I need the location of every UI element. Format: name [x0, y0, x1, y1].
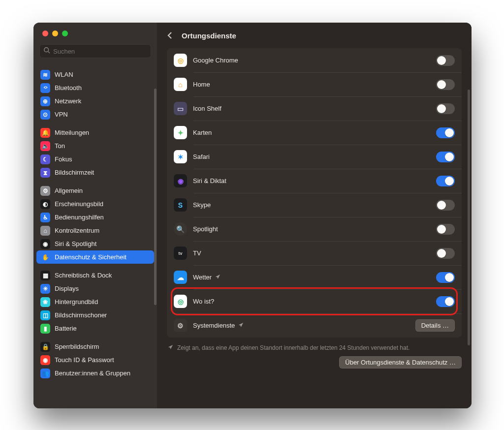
app-row: ◎Google Chrome	[167, 48, 462, 72]
sidebar-item-icon: ❀	[40, 297, 50, 307]
sidebar-item[interactable]: ⌂Kontrollzentrum	[36, 224, 154, 237]
location-toggle[interactable]	[436, 224, 455, 235]
sidebar-item-label: Bedienungshilfen	[55, 214, 104, 221]
back-button[interactable]	[165, 30, 176, 41]
sidebar-item-label: Touch ID & Passwort	[55, 356, 114, 364]
sidebar-item[interactable]: 🔔Mitteilungen	[36, 126, 154, 139]
sidebar-item[interactable]: ▦Schreibtisch & Dock	[36, 269, 154, 282]
sidebar-item[interactable]: ⚙Allgemein	[36, 184, 154, 197]
footer-note: Zeigt an, dass eine App deinen Standort …	[167, 342, 462, 356]
sidebar-item[interactable]: ☀Displays	[36, 282, 154, 295]
location-toggle[interactable]	[436, 127, 455, 138]
content-scrollbar[interactable]	[468, 90, 470, 345]
app-icon: ⚙	[174, 319, 187, 332]
sidebar-item-icon: 🔔	[40, 128, 50, 138]
sidebar-item-label: Displays	[55, 285, 79, 292]
location-toggle[interactable]	[436, 248, 455, 259]
svg-line-1	[48, 52, 50, 54]
search-field[interactable]	[39, 44, 151, 58]
sidebar-item[interactable]: ⧗Bildschirmzeit	[36, 166, 154, 179]
sidebar-list: ≋WLAN⌔Bluetooth⊕Netzwerk⊙VPN🔔Mitteilunge…	[33, 62, 157, 408]
app-row: ⌂Home	[167, 72, 462, 96]
sidebar-item[interactable]: ◉Siri & Spotlight	[36, 237, 154, 250]
app-row: ✶Safari	[167, 145, 462, 169]
footer-note-text: Zeigt an, dass eine App deinen Standort …	[177, 344, 410, 351]
sidebar-item-label: Datenschutz & Sicherheit	[55, 253, 126, 261]
sidebar-item-label: VPN	[55, 111, 68, 118]
sidebar-item-icon: 🔒	[40, 342, 50, 352]
sidebar-item-icon: ✋	[40, 252, 50, 262]
sidebar-item[interactable]: ◐Erscheinungsbild	[36, 197, 154, 211]
sidebar-item[interactable]: ♿︎Bedienungshilfen	[36, 211, 154, 224]
minimize-window-button[interactable]	[52, 31, 58, 36]
content-area: ◎Google Chrome⌂Home▭Icon Shelf✦Karten✶Sa…	[157, 48, 472, 408]
sidebar-item-label: Fokus	[55, 155, 72, 163]
app-row: ☁Wetter	[167, 265, 462, 289]
sidebar-item-icon: ⌂	[40, 226, 50, 236]
location-toggle[interactable]	[436, 176, 455, 186]
sidebar-item[interactable]: ▮Batterie	[36, 322, 154, 335]
sidebar-item-label: Hintergrundbild	[55, 298, 98, 306]
sidebar-item-icon: ☀	[40, 284, 50, 294]
sidebar-item[interactable]: ⊙VPN	[36, 108, 154, 121]
sidebar-item[interactable]: ◉Touch ID & Passwort	[36, 353, 154, 367]
app-icon: ◎	[174, 295, 187, 308]
app-row: ✦Karten	[167, 121, 462, 145]
sidebar-item-icon: ⧗	[40, 168, 50, 178]
location-toggle[interactable]	[436, 79, 455, 90]
location-toggle[interactable]	[436, 272, 455, 283]
sidebar-item-icon: ⊙	[40, 110, 50, 120]
sidebar-item[interactable]: ☾Fokus	[36, 153, 154, 166]
location-toggle[interactable]	[436, 55, 455, 66]
app-label: Google Chrome	[193, 57, 436, 64]
sidebar-item[interactable]: 👥Benutzer:innen & Gruppen	[36, 367, 154, 380]
sidebar-item-label: Kontrollzentrum	[55, 227, 99, 234]
sidebar-item-icon: ▦	[40, 271, 50, 280]
zoom-window-button[interactable]	[62, 31, 68, 36]
sidebar-item-label: Schreibtisch & Dock	[55, 272, 112, 279]
sidebar-item-icon: ▮	[40, 324, 50, 334]
location-arrow-icon	[238, 322, 244, 329]
app-label: TV	[193, 249, 436, 257]
page-title: Ortungsdienste	[182, 31, 236, 40]
location-toggle[interactable]	[436, 296, 455, 307]
sidebar-item[interactable]: 🔒Sperrbildschirm	[36, 340, 154, 353]
app-icon: 🔍	[174, 222, 187, 236]
sidebar: ≋WLAN⌔Bluetooth⊕Netzwerk⊙VPN🔔Mitteilunge…	[33, 23, 157, 408]
sidebar-item-label: Bildschirmzeit	[55, 169, 94, 176]
sidebar-item-label: Bluetooth	[55, 84, 82, 92]
sidebar-scrollbar[interactable]	[154, 89, 157, 305]
main-header: Ortungsdienste	[157, 23, 472, 48]
app-row: ◎Wo ist?	[167, 289, 462, 313]
app-label: Karten	[193, 129, 436, 136]
sidebar-item[interactable]: ≋WLAN	[36, 68, 154, 81]
sidebar-item-label: Netzwerk	[55, 97, 81, 105]
settings-window: ≋WLAN⌔Bluetooth⊕Netzwerk⊙VPN🔔Mitteilunge…	[33, 23, 472, 408]
sidebar-item[interactable]: ⊕Netzwerk	[36, 94, 154, 108]
sidebar-item[interactable]: ✋Datenschutz & Sicherheit	[36, 250, 154, 264]
app-label: Siri & Diktat	[193, 177, 436, 184]
sidebar-item[interactable]: ◫Bildschirmschoner	[36, 308, 154, 322]
app-row: ◉Siri & Diktat	[167, 169, 462, 193]
location-toggle[interactable]	[436, 152, 455, 162]
location-toggle[interactable]	[436, 103, 455, 114]
details-button[interactable]: Details …	[415, 319, 455, 332]
location-arrow-icon	[168, 344, 173, 351]
svg-point-0	[44, 48, 49, 52]
close-window-button[interactable]	[42, 31, 48, 36]
app-label: Systemdienste	[193, 322, 410, 329]
app-label: Spotlight	[193, 225, 436, 233]
search-input[interactable]	[53, 48, 147, 55]
sidebar-item-label: Mitteilungen	[55, 129, 89, 136]
location-toggle[interactable]	[436, 200, 455, 211]
sidebar-item-icon: ◐	[40, 199, 50, 209]
app-label: Home	[193, 81, 436, 88]
sidebar-item-label: Allgemein	[55, 187, 83, 194]
about-location-privacy-button[interactable]: Über Ortungsdienste & Datenschutz …	[339, 356, 462, 369]
sidebar-item[interactable]: 🔈Ton	[36, 139, 154, 153]
app-label: Icon Shelf	[193, 105, 436, 112]
sidebar-item[interactable]: ⌔Bluetooth	[36, 81, 154, 94]
app-icon: ◎	[174, 54, 187, 67]
app-icon: ◉	[174, 174, 187, 187]
sidebar-item[interactable]: ❀Hintergrundbild	[36, 295, 154, 308]
